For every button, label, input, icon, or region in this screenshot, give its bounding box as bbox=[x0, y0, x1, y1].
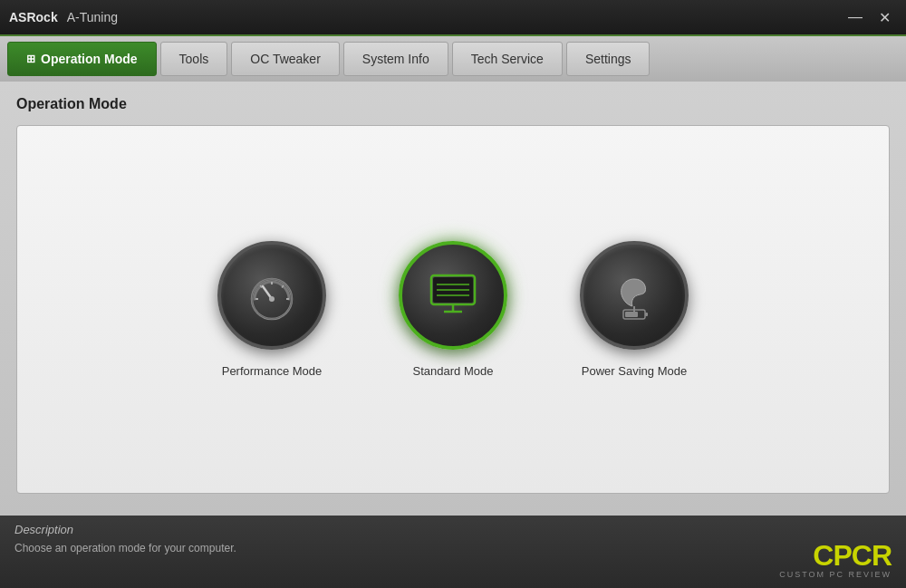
power-saving-mode-item[interactable]: Power Saving Mode bbox=[580, 241, 689, 378]
close-button[interactable]: ✕ bbox=[872, 6, 897, 28]
performance-mode-circle[interactable] bbox=[217, 241, 326, 350]
main-content: Operation Mode bbox=[0, 82, 906, 516]
power-saving-mode-circle[interactable] bbox=[580, 241, 689, 350]
titlebar: ASRock A-Tuning — ✕ bbox=[0, 0, 906, 36]
navbar: ⊞ Operation Mode Tools OC Tweaker System… bbox=[0, 36, 906, 82]
svg-rect-18 bbox=[645, 313, 648, 316]
watermark-subtitle: CUSTOM PC REVIEW bbox=[779, 570, 892, 579]
svg-rect-19 bbox=[625, 312, 638, 317]
description-bar: Description Choose an operation mode for… bbox=[0, 516, 906, 588]
svg-point-7 bbox=[269, 296, 275, 302]
leaf-battery-icon bbox=[605, 266, 663, 324]
tab-settings[interactable]: Settings bbox=[566, 42, 651, 76]
description-text: Choose an operation mode for your comput… bbox=[14, 542, 892, 554]
performance-mode-label: Performance Mode bbox=[222, 364, 323, 378]
power-saving-mode-label: Power Saving Mode bbox=[582, 364, 687, 378]
page-title: Operation Mode bbox=[16, 96, 890, 112]
watermark-logo: CPCR bbox=[813, 541, 892, 570]
standard-mode-circle[interactable] bbox=[399, 241, 507, 350]
mode-panel: Performance Mode Standard Mode bbox=[16, 125, 890, 494]
minimize-button[interactable]: — bbox=[843, 6, 868, 28]
standard-mode-label: Standard Mode bbox=[413, 364, 494, 378]
watermark: CPCR CUSTOM PC REVIEW bbox=[779, 541, 892, 579]
standard-mode-item[interactable]: Standard Mode bbox=[399, 241, 507, 378]
tab-tools[interactable]: Tools bbox=[160, 42, 228, 76]
performance-mode-item[interactable]: Performance Mode bbox=[217, 241, 326, 378]
app-logo: ASRock bbox=[9, 10, 58, 24]
tab-tech-service[interactable]: Tech Service bbox=[452, 42, 563, 76]
tab-operation-mode[interactable]: ⊞ Operation Mode bbox=[7, 42, 157, 76]
grid-icon: ⊞ bbox=[26, 53, 35, 65]
speedometer-icon bbox=[243, 266, 301, 324]
app-name: A-Tuning bbox=[67, 10, 839, 24]
tab-oc-tweaker[interactable]: OC Tweaker bbox=[231, 42, 340, 76]
monitor-icon bbox=[424, 266, 482, 324]
tab-system-info[interactable]: System Info bbox=[343, 42, 448, 76]
description-title: Description bbox=[14, 523, 892, 536]
